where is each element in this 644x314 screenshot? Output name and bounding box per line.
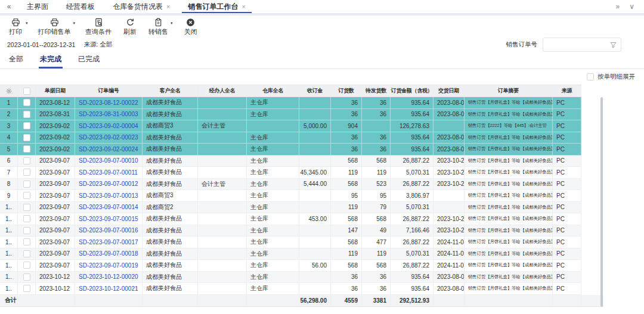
cell-amount: 26,887.22	[391, 213, 434, 225]
sales-order-no-input[interactable]	[543, 38, 644, 51]
filter-funnel-icon[interactable]	[609, 41, 617, 49]
tab-1[interactable]: 经营看板	[57, 0, 104, 13]
column-settings-gear-icon[interactable]	[0, 85, 18, 97]
status-tab-0[interactable]: 全部	[9, 51, 23, 69]
toolbar-button-3[interactable]: 刷新	[120, 18, 140, 36]
table-row[interactable]: 52023-09-02SD-2023-09-02-00024成都美好食品主仓库3…	[0, 144, 581, 156]
order-no-link[interactable]: SD-2023-09-07-00017	[75, 237, 143, 248]
tab-close-icon[interactable]: ×	[166, 4, 170, 10]
dropdown-caret-icon[interactable]: ▾	[171, 21, 173, 26]
column-header-7[interactable]: 待发货数	[362, 85, 391, 97]
cell-amount: 935.64	[391, 132, 434, 144]
table-row[interactable]: 1..2023-09-07SD-2023-09-07-00017成都美好食品主仓…	[0, 237, 581, 248]
column-header-3[interactable]: 经办人全名	[198, 85, 247, 97]
toolbar-button-0[interactable]: 打印	[6, 18, 25, 36]
table-row[interactable]: 1..2023-09-07SD-2023-09-07-00016成都美好食品主仓…	[0, 225, 581, 237]
source-filter: 来源: 全部	[83, 41, 112, 49]
tab-2[interactable]: 仓库备货情况表×	[104, 0, 179, 13]
table-row[interactable]: 1..2023-09-07SD-2023-09-07-00014成都商贸2主仓库…	[0, 202, 581, 214]
table-row[interactable]: 1..2023-09-07SD-2023-09-07-00018成都美好食品主仓…	[0, 248, 581, 260]
row-checkbox[interactable]	[23, 215, 30, 222]
dropdown-caret-icon[interactable]: ▾	[73, 21, 76, 26]
column-header-8[interactable]: 订货金额（含税）	[391, 85, 434, 97]
cell-order-qty: 36	[331, 132, 362, 144]
cell-pending-qty: 49	[362, 225, 391, 237]
row-checkbox[interactable]	[23, 145, 30, 153]
row-checkbox[interactable]	[23, 285, 30, 292]
tab-3[interactable]: 销售订单工作台×	[179, 0, 254, 13]
row-checkbox[interactable]	[23, 134, 30, 141]
row-checkbox[interactable]	[23, 273, 30, 281]
toolbar-button-5[interactable]: 关闭	[181, 18, 200, 36]
table-row[interactable]: 1..2023-10-12SD-2023-10-12-00020成都美好食品主仓…	[0, 272, 581, 284]
tab-0[interactable]: 主界面	[18, 0, 57, 13]
table-row[interactable]: 1..2023-10-12SD-2023-10-12-00021成都美好食品主仓…	[0, 283, 581, 295]
column-header-11[interactable]: 来源	[553, 85, 581, 97]
cell-handler	[198, 260, 247, 271]
order-no-link[interactable]: SD-2023-09-07-00016	[75, 225, 143, 237]
tabs-overflow-icon[interactable]: »	[616, 2, 620, 11]
status-tab-1[interactable]: 未完成	[40, 51, 61, 69]
table-row[interactable]: 42023-09-02SD-2023-09-02-00023成都美好食品主仓库3…	[0, 132, 581, 144]
order-no-link[interactable]: SD-2023-10-12-00020	[75, 272, 143, 283]
order-no-link[interactable]: SD-2023-10-12-00021	[75, 283, 143, 294]
row-checkbox[interactable]	[23, 227, 30, 234]
status-tab-2[interactable]: 已完成	[78, 51, 100, 69]
order-no-link[interactable]: SD-2023-09-02-00004	[75, 120, 143, 132]
order-no-link[interactable]: SD-2023-09-07-00018	[75, 248, 143, 260]
column-header-9[interactable]: 交货日期	[434, 85, 465, 97]
toolbar-button-4[interactable]: 转销售	[147, 18, 170, 36]
column-header-4[interactable]: 仓库全名	[247, 85, 299, 97]
order-no-link[interactable]: SD-2023-08-12-00022	[75, 97, 143, 108]
cell-delivery-date: 2023-10-26	[434, 167, 465, 178]
cell-pending-qty: 119	[362, 248, 391, 260]
tabs-dropdown-icon[interactable]: ∨	[629, 2, 634, 11]
dropdown-caret-icon[interactable]: ▾	[26, 21, 28, 26]
order-no-link[interactable]: SD-2023-09-07-00014	[75, 202, 143, 213]
column-header-2[interactable]: 客户全名	[143, 85, 198, 97]
row-checkbox[interactable]	[23, 250, 30, 257]
row-checkbox[interactable]	[23, 204, 30, 211]
table-row[interactable]: 92023-09-07SD-2023-09-07-00013成都商贸3主仓库95…	[0, 190, 581, 202]
order-no-link[interactable]: SD-2023-09-02-00024	[75, 144, 143, 155]
order-no-link[interactable]: SD-2023-09-07-00015	[75, 213, 143, 225]
order-no-link[interactable]: SD-2023-09-07-00013	[75, 190, 143, 201]
column-header-6[interactable]: 订货数	[331, 85, 362, 97]
vertical-scrollbar[interactable]	[600, 97, 603, 307]
tab-close-icon[interactable]: ×	[242, 4, 245, 10]
row-checkbox[interactable]	[23, 169, 30, 176]
order-no-link[interactable]: SD-2023-09-07-00012	[75, 179, 143, 190]
expand-by-detail-checkbox[interactable]	[587, 73, 594, 80]
column-header-10[interactable]: 订单摘要	[465, 85, 553, 97]
order-no-link[interactable]: SD-2023-09-07-00010	[75, 156, 143, 167]
table-row[interactable]: 62023-09-07SD-2023-09-07-00010成都美好食品主仓库5…	[0, 156, 581, 167]
row-checkbox[interactable]	[23, 238, 30, 245]
header-select-all-cell	[18, 85, 36, 97]
table-row[interactable]: 1..2023-09-07SD-2023-09-07-00015成都美好食品主仓…	[0, 213, 581, 225]
row-checkbox[interactable]	[23, 111, 30, 118]
table-row[interactable]: 72023-09-07SD-2023-09-07-00011成都美好食品主仓库4…	[0, 167, 581, 179]
column-header-5[interactable]: 收订金	[299, 85, 331, 97]
order-no-link[interactable]: SD-2023-08-31-00003	[75, 109, 143, 120]
row-checkbox[interactable]	[23, 181, 30, 188]
order-no-link[interactable]: SD-2023-09-07-00011	[75, 167, 143, 178]
table-row[interactable]: 82023-09-07SD-2023-09-07-00012成都美好食品会计主管…	[0, 179, 581, 191]
row-checkbox[interactable]	[23, 157, 30, 164]
column-header-1[interactable]: 订单编号	[75, 85, 143, 97]
table-row[interactable]: 1..2023-09-07SD-2023-09-07-00019成都美好食品主仓…	[0, 260, 581, 272]
table-row[interactable]: 32023-09-02SD-2023-09-02-00004成都商贸3会计主管5…	[0, 120, 581, 132]
table-row[interactable]: 12023-08-12SD-2023-08-12-00022成都美好食品主仓库3…	[0, 97, 581, 109]
row-checkbox[interactable]	[23, 262, 30, 269]
order-no-link[interactable]: SD-2023-09-07-00019	[75, 260, 143, 271]
tabs-collapse-icon[interactable]: «	[0, 2, 18, 11]
row-checkbox[interactable]	[23, 99, 30, 106]
order-no-link[interactable]: SD-2023-09-02-00023	[75, 132, 143, 144]
select-all-checkbox[interactable]	[23, 88, 30, 95]
table-row[interactable]: 22023-08-31SD-2023-08-31-00003成都美好食品主仓库3…	[0, 109, 581, 121]
toolbar-button-1[interactable]: 打印销售单	[36, 18, 73, 36]
toolbar-button-2[interactable]: 查询条件	[83, 18, 113, 36]
row-checkbox[interactable]	[23, 192, 30, 199]
column-header-0[interactable]: 单据日期	[36, 85, 75, 97]
cell-summary: 销售订货【月饼礼盒】等给【成都美好食品】：	[465, 167, 553, 178]
row-checkbox[interactable]	[23, 122, 30, 129]
